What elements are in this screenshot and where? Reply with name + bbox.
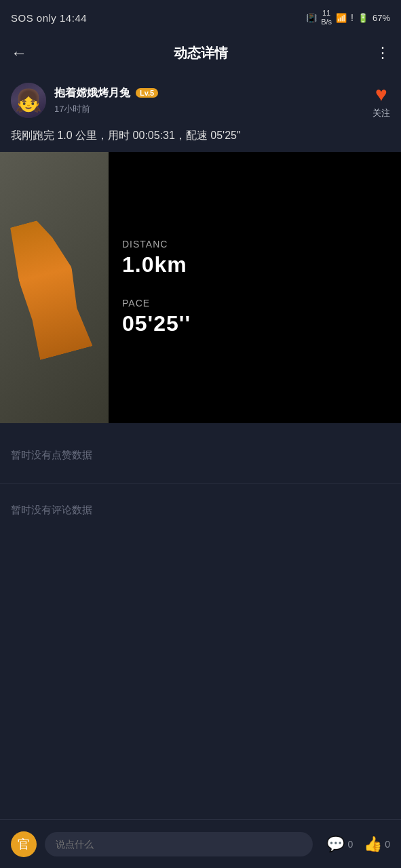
distance-label: DISTANC bbox=[122, 239, 187, 250]
wifi-icon: 📶 bbox=[336, 13, 347, 23]
pace-value: 05'25'' bbox=[122, 311, 191, 336]
vibrate-icon: 📳 bbox=[306, 13, 317, 23]
follow-button[interactable]: ♥ 关注 bbox=[373, 83, 390, 119]
post-header: 抱着嫦娥烤月兔 Lv.5 17小时前 ♥ 关注 bbox=[0, 72, 401, 125]
heart-icon: ♥ bbox=[375, 83, 387, 106]
back-button[interactable]: ← bbox=[11, 43, 38, 62]
shoe-shape bbox=[5, 215, 92, 360]
run-image-card: DISTANC 1.0km PACE 05'25'' bbox=[0, 152, 401, 423]
comment-avatar-icon: 官 bbox=[18, 836, 30, 852]
follow-label: 关注 bbox=[373, 107, 390, 119]
distance-value: 1.0km bbox=[122, 252, 187, 277]
battery-icon: 🔋 bbox=[358, 13, 368, 23]
comments-section: 暂时没有评论数据 bbox=[0, 484, 401, 538]
bottom-bar: 官 💬 0 👍 0 bbox=[0, 819, 401, 868]
comment-count: 0 bbox=[347, 839, 353, 850]
status-time: SOS only 14:44 bbox=[11, 12, 87, 24]
level-badge: Lv.5 bbox=[136, 88, 158, 98]
post-time: 17小时前 bbox=[54, 103, 158, 115]
bottom-actions: 💬 0 👍 0 bbox=[326, 835, 390, 853]
comment-icon: 💬 bbox=[326, 835, 345, 853]
run-stats-panel: DISTANC 1.0km PACE 05'25'' bbox=[109, 152, 401, 423]
more-button[interactable]: ⋮ bbox=[363, 44, 390, 62]
like-count: 0 bbox=[385, 839, 390, 850]
comment-input[interactable] bbox=[45, 832, 313, 856]
like-action[interactable]: 👍 0 bbox=[364, 835, 390, 853]
alert-icon: ! bbox=[351, 12, 354, 23]
comment-action[interactable]: 💬 0 bbox=[326, 835, 353, 853]
user-name[interactable]: 抱着嫦娥烤月兔 bbox=[54, 86, 130, 100]
pace-label: PACE bbox=[122, 298, 191, 309]
nav-bar: ← 动态详情 ⋮ bbox=[0, 34, 401, 72]
like-icon: 👍 bbox=[364, 835, 382, 853]
user-info: 抱着嫦娥烤月兔 Lv.5 17小时前 bbox=[11, 83, 158, 118]
run-image-left bbox=[0, 152, 109, 423]
network-speed: 11 B/s bbox=[321, 9, 332, 26]
pace-stat: PACE 05'25'' bbox=[122, 298, 191, 336]
likes-empty-text: 暂时没有点赞数据 bbox=[11, 449, 92, 460]
status-icons: 📳 11 B/s 📶 ! 🔋 67% bbox=[306, 9, 390, 26]
avatar[interactable] bbox=[11, 83, 46, 118]
page-title: 动态详情 bbox=[174, 44, 228, 62]
distance-stat: DISTANC 1.0km bbox=[122, 239, 187, 277]
status-bar: SOS only 14:44 📳 11 B/s 📶 ! 🔋 67% bbox=[0, 0, 401, 34]
post-text: 我刚跑完 1.0 公里，用时 00:05:31，配速 05'25" bbox=[0, 125, 401, 152]
comment-avatar: 官 bbox=[11, 831, 37, 857]
battery-percent: 67% bbox=[373, 13, 390, 23]
comments-empty-text: 暂时没有评论数据 bbox=[11, 504, 92, 515]
likes-section: 暂时没有点赞数据 bbox=[0, 429, 401, 483]
